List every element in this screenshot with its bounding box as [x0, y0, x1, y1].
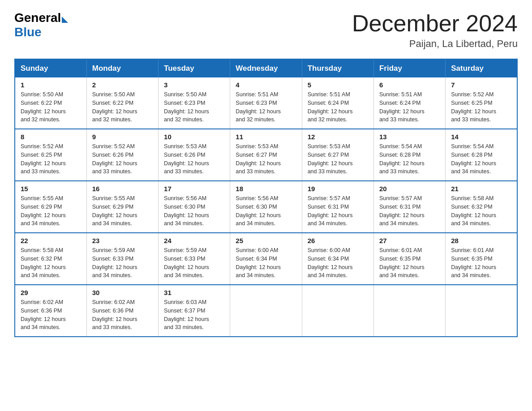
day-number: 9 [92, 133, 153, 141]
day-number: 3 [164, 81, 224, 89]
day-number: 5 [308, 81, 368, 89]
day-number: 11 [236, 133, 296, 141]
calendar-cell: 3Sunrise: 5:50 AMSunset: 6:23 PMDaylight… [159, 77, 230, 129]
header-sunday: Sunday [15, 59, 86, 77]
calendar-cell: 31Sunrise: 6:03 AMSunset: 6:37 PMDayligh… [159, 285, 230, 337]
day-number: 8 [21, 133, 81, 141]
day-info: Sunrise: 5:58 AMSunset: 6:32 PMDaylight:… [451, 194, 511, 228]
day-info: Sunrise: 5:57 AMSunset: 6:31 PMDaylight:… [308, 194, 368, 228]
day-info: Sunrise: 5:52 AMSunset: 6:25 PMDaylight:… [21, 142, 81, 176]
calendar-cell: 10Sunrise: 5:53 AMSunset: 6:26 PMDayligh… [159, 129, 230, 181]
day-info: Sunrise: 6:03 AMSunset: 6:37 PMDaylight:… [164, 298, 224, 332]
header-monday: Monday [86, 59, 158, 77]
logo-blue-text: Blue [14, 25, 42, 39]
day-info: Sunrise: 6:00 AMSunset: 6:34 PMDaylight:… [236, 246, 296, 280]
header-saturday: Saturday [446, 59, 517, 77]
day-info: Sunrise: 5:53 AMSunset: 6:26 PMDaylight:… [164, 142, 224, 176]
day-number: 29 [21, 289, 81, 296]
calendar-cell: 15Sunrise: 5:55 AMSunset: 6:29 PMDayligh… [15, 181, 86, 233]
calendar-cell: 2Sunrise: 5:50 AMSunset: 6:22 PMDaylight… [86, 77, 158, 129]
page-header: General Blue December 2024 Paijan, La Li… [14, 11, 518, 50]
day-info: Sunrise: 6:02 AMSunset: 6:36 PMDaylight:… [21, 298, 81, 332]
day-info: Sunrise: 5:55 AMSunset: 6:29 PMDaylight:… [21, 194, 81, 228]
calendar-cell: 8Sunrise: 5:52 AMSunset: 6:25 PMDaylight… [15, 129, 86, 181]
header-friday: Friday [373, 59, 445, 77]
calendar-cell [373, 285, 445, 337]
day-info: Sunrise: 5:50 AMSunset: 6:23 PMDaylight:… [164, 90, 224, 124]
day-number: 19 [308, 185, 368, 193]
calendar-week-row: 22Sunrise: 5:58 AMSunset: 6:32 PMDayligh… [15, 233, 517, 285]
day-number: 23 [92, 237, 153, 244]
day-number: 10 [164, 133, 224, 141]
day-info: Sunrise: 5:51 AMSunset: 6:24 PMDaylight:… [308, 90, 368, 124]
day-number: 27 [379, 237, 440, 244]
day-info: Sunrise: 5:57 AMSunset: 6:31 PMDaylight:… [379, 194, 440, 228]
calendar-cell: 27Sunrise: 6:01 AMSunset: 6:35 PMDayligh… [373, 233, 445, 285]
day-number: 6 [379, 81, 440, 89]
day-number: 7 [451, 81, 511, 89]
calendar-cell: 24Sunrise: 5:59 AMSunset: 6:33 PMDayligh… [159, 233, 230, 285]
calendar-table: SundayMondayTuesdayWednesdayThursdayFrid… [14, 59, 518, 337]
calendar-cell: 16Sunrise: 5:55 AMSunset: 6:29 PMDayligh… [86, 181, 158, 233]
header-wednesday: Wednesday [230, 59, 302, 77]
day-number: 21 [451, 185, 511, 193]
day-number: 17 [164, 185, 224, 193]
calendar-cell: 22Sunrise: 5:58 AMSunset: 6:32 PMDayligh… [15, 233, 86, 285]
day-info: Sunrise: 5:58 AMSunset: 6:32 PMDaylight:… [21, 246, 81, 280]
day-number: 12 [308, 133, 368, 141]
calendar-cell: 23Sunrise: 5:59 AMSunset: 6:33 PMDayligh… [86, 233, 158, 285]
day-number: 28 [451, 237, 511, 244]
calendar-cell: 25Sunrise: 6:00 AMSunset: 6:34 PMDayligh… [230, 233, 302, 285]
day-info: Sunrise: 5:53 AMSunset: 6:27 PMDaylight:… [308, 142, 368, 176]
logo-general-text: General [14, 11, 61, 25]
calendar-cell: 19Sunrise: 5:57 AMSunset: 6:31 PMDayligh… [302, 181, 373, 233]
calendar-cell: 30Sunrise: 6:02 AMSunset: 6:36 PMDayligh… [86, 285, 158, 337]
calendar-cell: 26Sunrise: 6:00 AMSunset: 6:34 PMDayligh… [302, 233, 373, 285]
day-info: Sunrise: 5:54 AMSunset: 6:28 PMDaylight:… [379, 142, 440, 176]
day-number: 30 [92, 289, 153, 296]
day-info: Sunrise: 5:53 AMSunset: 6:27 PMDaylight:… [236, 142, 296, 176]
day-number: 1 [21, 81, 81, 89]
day-info: Sunrise: 5:52 AMSunset: 6:26 PMDaylight:… [92, 142, 153, 176]
day-number: 14 [451, 133, 511, 141]
month-title: December 2024 [352, 11, 518, 36]
calendar-cell: 29Sunrise: 6:02 AMSunset: 6:36 PMDayligh… [15, 285, 86, 337]
logo: General Blue [14, 11, 68, 39]
calendar-cell: 6Sunrise: 5:51 AMSunset: 6:24 PMDaylight… [373, 77, 445, 129]
day-number: 22 [21, 237, 81, 244]
calendar-cell: 7Sunrise: 5:52 AMSunset: 6:25 PMDaylight… [446, 77, 517, 129]
calendar-cell [230, 285, 302, 337]
calendar-cell: 9Sunrise: 5:52 AMSunset: 6:26 PMDaylight… [86, 129, 158, 181]
day-info: Sunrise: 6:02 AMSunset: 6:36 PMDaylight:… [92, 298, 153, 332]
day-number: 15 [21, 185, 81, 193]
calendar-cell: 12Sunrise: 5:53 AMSunset: 6:27 PMDayligh… [302, 129, 373, 181]
calendar-cell: 20Sunrise: 5:57 AMSunset: 6:31 PMDayligh… [373, 181, 445, 233]
day-info: Sunrise: 5:52 AMSunset: 6:25 PMDaylight:… [451, 90, 511, 124]
day-number: 31 [164, 289, 224, 296]
calendar-week-row: 15Sunrise: 5:55 AMSunset: 6:29 PMDayligh… [15, 181, 517, 233]
calendar-cell: 21Sunrise: 5:58 AMSunset: 6:32 PMDayligh… [446, 181, 517, 233]
day-info: Sunrise: 5:55 AMSunset: 6:29 PMDaylight:… [92, 194, 153, 228]
day-info: Sunrise: 5:59 AMSunset: 6:33 PMDaylight:… [164, 246, 224, 280]
day-number: 26 [308, 237, 368, 244]
day-number: 24 [164, 237, 224, 244]
calendar-cell [446, 285, 517, 337]
day-info: Sunrise: 5:56 AMSunset: 6:30 PMDaylight:… [236, 194, 296, 228]
day-number: 4 [236, 81, 296, 89]
logo-arrow-icon [62, 17, 68, 23]
day-info: Sunrise: 5:59 AMSunset: 6:33 PMDaylight:… [92, 246, 153, 280]
day-info: Sunrise: 6:00 AMSunset: 6:34 PMDaylight:… [308, 246, 368, 280]
header-thursday: Thursday [302, 59, 373, 77]
calendar-week-row: 29Sunrise: 6:02 AMSunset: 6:36 PMDayligh… [15, 285, 517, 337]
day-number: 2 [92, 81, 153, 89]
day-info: Sunrise: 5:50 AMSunset: 6:22 PMDaylight:… [92, 90, 153, 124]
calendar-cell: 1Sunrise: 5:50 AMSunset: 6:22 PMDaylight… [15, 77, 86, 129]
day-number: 20 [379, 185, 440, 193]
calendar-cell: 13Sunrise: 5:54 AMSunset: 6:28 PMDayligh… [373, 129, 445, 181]
location-title: Paijan, La Libertad, Peru [352, 38, 518, 50]
calendar-cell: 18Sunrise: 5:56 AMSunset: 6:30 PMDayligh… [230, 181, 302, 233]
day-info: Sunrise: 5:54 AMSunset: 6:28 PMDaylight:… [451, 142, 511, 176]
title-area: December 2024 Paijan, La Libertad, Peru [352, 11, 518, 50]
day-info: Sunrise: 6:01 AMSunset: 6:35 PMDaylight:… [451, 246, 511, 280]
calendar-cell [302, 285, 373, 337]
